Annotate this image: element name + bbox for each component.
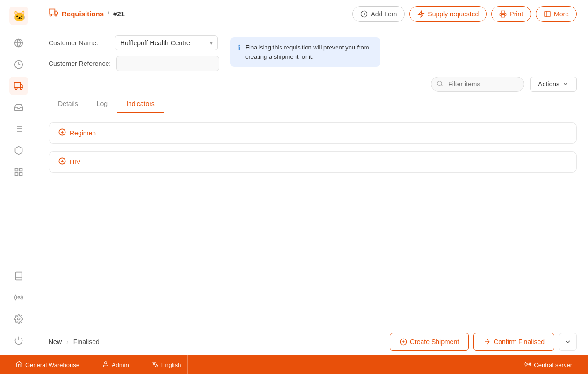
add-item-button[interactable]: Add Item [352, 6, 405, 22]
hiv-plus-icon [58, 157, 66, 167]
svg-point-20 [17, 318, 20, 320]
status-new[interactable]: New [49, 338, 62, 346]
sidebar-item-settings[interactable] [9, 310, 28, 328]
status-finalised[interactable]: Finalised [73, 338, 100, 346]
tabs-row: Details Log Indicators [37, 95, 588, 113]
footer: General Warehouse Admin English Central … [0, 355, 588, 374]
app-logo[interactable]: 🐱 [8, 6, 29, 26]
sidebar-item-inbox[interactable] [9, 98, 28, 117]
actions-dropdown-label: Actions [538, 80, 559, 88]
regimen-group: Regimen HIV [49, 122, 577, 176]
info-banner-text: Finalising this requisition will prevent… [245, 43, 373, 61]
filter-items-input[interactable] [431, 77, 524, 92]
bottom-chevron-down-icon [564, 338, 572, 346]
footer-server-label: Central server [534, 361, 572, 368]
tab-indicators[interactable]: Indicators [117, 95, 164, 113]
svg-point-7 [15, 87, 17, 89]
svg-text:🐱: 🐱 [13, 10, 26, 22]
svg-line-33 [441, 85, 443, 86]
svg-point-19 [18, 296, 19, 298]
actions-dropdown-chevron-icon [562, 81, 569, 87]
page-header: Requisitions / #21 Add Item Supply reque… [37, 0, 588, 28]
customer-name-input[interactable] [115, 35, 218, 50]
status-arrow-icon: › [66, 338, 69, 346]
svg-point-44 [105, 361, 107, 364]
svg-rect-16 [19, 169, 22, 171]
footer-user[interactable]: Admin [96, 355, 136, 374]
svg-rect-30 [545, 11, 550, 17]
confirm-finalised-button[interactable]: Confirm Finalised [473, 333, 554, 351]
breadcrumb: Requisitions / #21 [49, 8, 347, 20]
actions-row: Actions [37, 71, 588, 92]
footer-warehouse[interactable]: General Warehouse [9, 355, 86, 374]
svg-point-8 [20, 87, 22, 89]
footer-language-label: English [161, 361, 181, 368]
print-button[interactable]: Print [491, 6, 531, 22]
sidebar: 🐱 [0, 0, 37, 355]
svg-point-32 [437, 81, 442, 85]
tab-details[interactable]: Details [49, 95, 87, 113]
actions-dropdown[interactable]: Actions [530, 77, 577, 92]
sidebar-item-book[interactable] [9, 267, 28, 285]
svg-rect-22 [49, 9, 55, 14]
form-area: Customer Name: ▼ Customer Reference: ℹ F… [37, 28, 588, 71]
server-icon [524, 361, 531, 369]
customer-name-label: Customer Name: [49, 39, 109, 47]
search-icon [437, 80, 443, 88]
customer-reference-label: Customer Reference: [49, 60, 111, 67]
regimen-card-regimen[interactable]: Regimen [49, 122, 577, 144]
filter-input-wrapper [431, 77, 524, 92]
info-banner: ℹ Finalising this requisition will preve… [230, 37, 380, 67]
svg-rect-5 [14, 83, 20, 88]
svg-rect-15 [15, 169, 18, 171]
svg-marker-23 [55, 11, 57, 14]
svg-rect-18 [15, 173, 18, 176]
svg-point-45 [527, 363, 528, 364]
regimen-card-hiv-label: HIV [70, 158, 80, 166]
svg-point-24 [50, 14, 52, 16]
header-actions: Add Item Supply requested Print More [352, 6, 577, 22]
footer-warehouse-label: General Warehouse [25, 361, 79, 368]
footer-server[interactable]: Central server [518, 355, 579, 374]
svg-point-25 [55, 14, 57, 16]
create-shipment-button[interactable]: Create Shipment [390, 333, 469, 351]
svg-rect-17 [19, 173, 22, 176]
sidebar-item-globe[interactable] [9, 34, 28, 52]
content-area: Regimen HIV [37, 113, 588, 328]
requisitions-icon [49, 8, 58, 20]
svg-rect-29 [501, 14, 505, 17]
sidebar-item-clock[interactable] [9, 55, 28, 74]
bottom-actions: Create Shipment Confirm Finalised [390, 333, 577, 351]
breadcrumb-separator: / [108, 10, 109, 18]
breadcrumb-parent[interactable]: Requisitions [62, 10, 104, 18]
customer-name-dropdown-icon: ▼ [208, 40, 214, 46]
svg-marker-6 [20, 85, 23, 88]
customer-reference-row: Customer Reference: [49, 56, 219, 71]
sidebar-item-cube[interactable] [9, 141, 28, 160]
bottom-bar: New › Finalised Create Shipment Confirm … [37, 328, 588, 355]
breadcrumb-current: #21 [113, 10, 125, 18]
sidebar-item-list[interactable] [9, 120, 28, 138]
customer-reference-input[interactable] [116, 56, 219, 71]
user-icon [102, 361, 109, 369]
footer-user-label: Admin [112, 361, 129, 368]
warehouse-icon [16, 361, 22, 369]
customer-name-input-wrapper: ▼ [115, 35, 218, 50]
customer-name-row: Customer Name: ▼ [49, 35, 219, 50]
more-button[interactable]: More [536, 6, 577, 22]
sidebar-item-dashboard[interactable] [9, 162, 28, 181]
language-icon [152, 361, 158, 369]
supply-requested-button[interactable]: Supply requested [409, 6, 487, 22]
bottom-more-button[interactable] [559, 333, 577, 351]
sidebar-item-signal[interactable] [9, 288, 28, 307]
regimen-plus-icon [58, 128, 66, 138]
sidebar-item-truck[interactable] [9, 77, 28, 95]
regimen-card-hiv[interactable]: HIV [49, 151, 577, 173]
sidebar-item-power[interactable] [9, 331, 28, 350]
footer-language[interactable]: English [145, 355, 188, 374]
info-icon: ℹ [238, 43, 241, 52]
tab-log[interactable]: Log [87, 95, 117, 113]
regimen-card-regimen-label: Regimen [70, 129, 96, 137]
main-content: Requisitions / #21 Add Item Supply reque… [37, 0, 588, 355]
status-flow: New › Finalised [49, 338, 390, 346]
